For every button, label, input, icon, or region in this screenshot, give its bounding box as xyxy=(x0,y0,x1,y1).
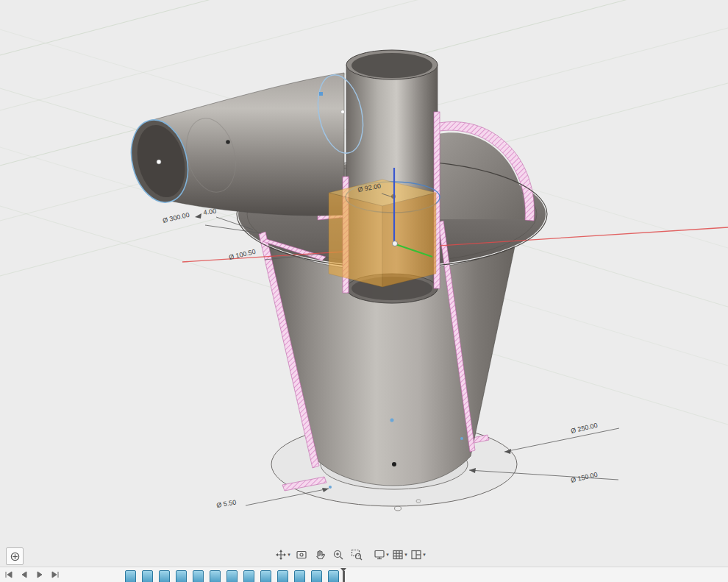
pipe-center-point[interactable] xyxy=(157,160,161,164)
fusion-canvas: Ø 300.00 4.00 Ø 100.50 Ø 92.00 Ø 250.00 … xyxy=(0,0,728,582)
timeline-play-button[interactable] xyxy=(35,569,45,580)
timeline-feature[interactable] xyxy=(125,570,136,582)
fit-icon xyxy=(351,549,363,561)
sketch-point[interactable] xyxy=(341,110,345,114)
pipe-vertex-point[interactable] xyxy=(226,140,230,144)
timeline-features xyxy=(125,570,345,582)
timeline-feature[interactable] xyxy=(294,570,305,582)
viewports-button[interactable]: ▾ xyxy=(409,546,427,563)
grid-and-snaps-button[interactable]: ▾ xyxy=(390,546,409,563)
fit-button[interactable] xyxy=(347,546,365,563)
timeline-step-back-button[interactable] xyxy=(19,569,29,580)
timeline-feature[interactable] xyxy=(277,570,288,582)
timeline-feature[interactable] xyxy=(328,570,339,582)
flange-center-point xyxy=(392,462,396,466)
corner-target-button[interactable] xyxy=(6,547,24,565)
timeline-feature[interactable] xyxy=(260,570,271,582)
look-at-button[interactable] xyxy=(292,546,310,563)
chevron-down-icon: ▾ xyxy=(386,552,389,557)
zoom-button[interactable] xyxy=(329,546,347,563)
pan-button[interactable] xyxy=(310,546,329,563)
orbit-icon xyxy=(275,549,287,561)
sketch-handle-point[interactable] xyxy=(319,92,323,96)
model-viewport[interactable]: Ø 300.00 4.00 Ø 100.50 Ø 92.00 Ø 250.00 … xyxy=(0,0,728,567)
chevron-down-icon: ▾ xyxy=(404,552,407,557)
orbit-button[interactable]: ▾ xyxy=(274,546,292,563)
timeline-controls xyxy=(4,569,60,580)
timeline-playhead[interactable] xyxy=(340,568,347,582)
origin-point xyxy=(393,241,398,246)
chevron-down-icon: ▾ xyxy=(423,552,426,557)
timeline-step-forward-button[interactable] xyxy=(50,569,60,580)
timeline-feature[interactable] xyxy=(243,570,254,582)
pan-hand-icon xyxy=(314,549,326,561)
timeline-feature[interactable] xyxy=(311,570,322,582)
navigation-toolbar: ▾ ▾ ▾ xyxy=(274,546,427,563)
display-settings-icon xyxy=(374,549,385,561)
timeline-feature[interactable] xyxy=(142,570,153,582)
display-settings-button[interactable]: ▾ xyxy=(372,546,390,563)
timeline-bar[interactable] xyxy=(0,567,728,582)
timeline-feature[interactable] xyxy=(159,570,170,582)
timeline-go-to-start-button[interactable] xyxy=(4,569,14,580)
timeline-feature[interactable] xyxy=(210,570,221,582)
timeline-feature[interactable] xyxy=(176,570,187,582)
look-at-icon xyxy=(296,549,307,561)
viewports-icon xyxy=(410,549,422,561)
timeline-feature[interactable] xyxy=(193,570,204,582)
selection-highlight-box[interactable] xyxy=(329,180,436,287)
timeline-feature[interactable] xyxy=(226,570,238,582)
chevron-down-icon: ▾ xyxy=(288,552,290,557)
grid-icon xyxy=(392,549,404,561)
plus-circle-icon xyxy=(10,551,21,562)
zoom-icon xyxy=(332,549,344,561)
